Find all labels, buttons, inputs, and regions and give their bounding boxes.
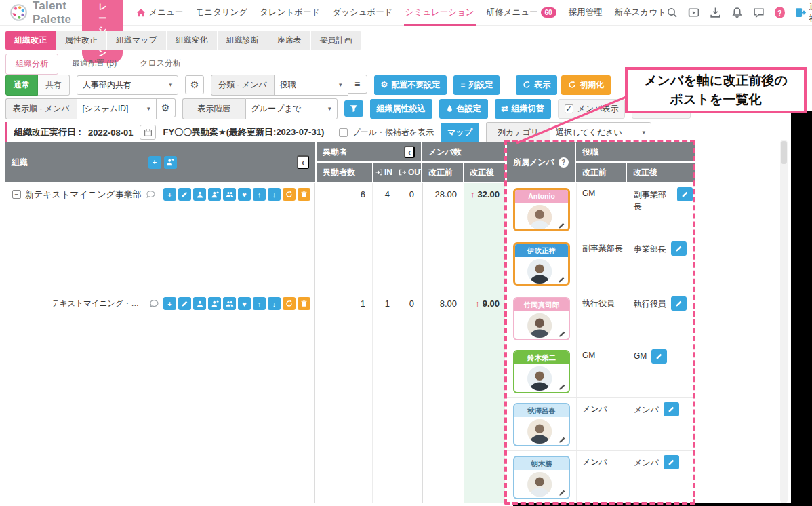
edit-pencil-icon[interactable] bbox=[558, 276, 565, 286]
add-button[interactable]: + bbox=[163, 297, 176, 310]
tab-optimal-placement[interactable]: 最適配置 (β) bbox=[62, 54, 126, 75]
display-button[interactable]: 表示 bbox=[516, 75, 557, 95]
mode-shared-button[interactable]: 共有 bbox=[38, 75, 70, 96]
tab-cross-analysis[interactable]: クロス分析 bbox=[130, 54, 190, 75]
column-settings-button[interactable]: ≡ 列設定 bbox=[453, 75, 500, 95]
member-button[interactable] bbox=[193, 188, 206, 201]
nav-item-scout[interactable]: 新卒スカウト bbox=[615, 7, 666, 18]
member-add-button[interactable] bbox=[208, 297, 221, 310]
calendar-icon[interactable] bbox=[140, 125, 156, 140]
map-button[interactable]: マップ bbox=[441, 123, 479, 142]
nav-item-recruiting[interactable]: 採用管理 bbox=[569, 7, 603, 18]
member-card[interactable]: 朝木勝 bbox=[513, 456, 570, 499]
edit-post-button[interactable] bbox=[651, 349, 667, 364]
collapse-org-column-button[interactable]: ‹ bbox=[297, 155, 309, 169]
edit-post-button[interactable] bbox=[671, 296, 687, 311]
org-attribute-filter-button[interactable]: 組織属性絞込 bbox=[370, 99, 432, 119]
tab-org-analysis[interactable]: 組織分析 bbox=[5, 54, 58, 75]
vertical-scrollbar[interactable] bbox=[780, 140, 788, 503]
help-circle-icon[interactable]: ? bbox=[559, 157, 569, 168]
member-photo bbox=[527, 259, 552, 284]
unassign-settings-button[interactable]: ⚙ 配置不要設定 bbox=[374, 75, 447, 95]
move-up-button[interactable]: ↑ bbox=[253, 188, 266, 201]
display-depth-select[interactable]: グループまで ▾ bbox=[245, 98, 338, 119]
member-card[interactable]: Antonio bbox=[513, 188, 570, 231]
org-switch-button[interactable]: ⇄ 組織切替 bbox=[495, 99, 551, 119]
color-settings-button[interactable]: 色設定 bbox=[439, 99, 488, 119]
add-member-to-org-button[interactable] bbox=[164, 156, 177, 169]
group-button[interactable] bbox=[223, 188, 236, 201]
edit-post-button[interactable] bbox=[664, 455, 679, 469]
edit-pencil-icon[interactable] bbox=[558, 222, 565, 231]
bell-icon[interactable] bbox=[731, 7, 743, 18]
sort-order-select[interactable]: [システムID] ▾ bbox=[77, 98, 157, 119]
member-display-checkbox[interactable]: ✓ メンバ表示 bbox=[558, 99, 626, 119]
group-button[interactable] bbox=[223, 297, 236, 310]
column-category-select[interactable]: 選択してください ▾ bbox=[550, 122, 651, 143]
member-button[interactable] bbox=[193, 297, 206, 310]
edit-post-button[interactable] bbox=[671, 241, 687, 256]
nav-item-talentboard[interactable]: タレントボード bbox=[260, 7, 320, 18]
download-icon[interactable] bbox=[710, 7, 721, 18]
add-button[interactable]: + bbox=[163, 188, 176, 201]
edit-post-button[interactable] bbox=[664, 402, 679, 416]
delete-button[interactable] bbox=[298, 297, 310, 310]
edit-pencil-icon[interactable] bbox=[559, 330, 566, 340]
member-add-button[interactable] bbox=[208, 188, 221, 201]
comment-icon[interactable] bbox=[146, 190, 156, 199]
reset-row-button[interactable] bbox=[283, 297, 296, 310]
member-card[interactable]: 秋澤呂春 bbox=[513, 403, 570, 446]
nav-item-monitoring[interactable]: モニタリング bbox=[195, 7, 247, 18]
filter-button[interactable] bbox=[344, 100, 363, 117]
sort-order-gear-button[interactable]: ⚙ bbox=[157, 98, 176, 117]
org-name[interactable]: 新テキストマイニング事業部 bbox=[25, 189, 142, 201]
chat-icon[interactable] bbox=[753, 7, 765, 18]
tab-org-change[interactable]: 組織変化 bbox=[167, 31, 218, 50]
favorite-button[interactable]: ♥ bbox=[238, 188, 251, 201]
category-list-button[interactable]: ≡ bbox=[348, 75, 367, 94]
share-scope-select[interactable]: 人事部内共有 ▾ bbox=[77, 75, 178, 95]
edit-pencil-icon[interactable] bbox=[559, 436, 566, 446]
help-icon[interactable]: ? bbox=[775, 7, 785, 18]
reset-button[interactable]: 初期化 bbox=[561, 75, 611, 95]
edit-pencil-icon[interactable] bbox=[559, 383, 566, 393]
nav-item-training[interactable]: 研修メニュー 60 bbox=[487, 7, 556, 18]
leave-work-control[interactable]: 退社 ▾ bbox=[795, 1, 812, 24]
edit-button[interactable] bbox=[178, 188, 191, 201]
tab-org-map[interactable]: 組織マップ bbox=[107, 31, 167, 50]
favorite-button[interactable]: ♥ bbox=[238, 297, 251, 310]
scrollbar-thumb[interactable] bbox=[781, 141, 787, 164]
nav-item-simulation[interactable]: シミュレーション bbox=[405, 7, 474, 18]
collapse-movers-button[interactable]: ‹ bbox=[404, 146, 415, 158]
brand-logo[interactable]: Talent Palette bbox=[9, 0, 71, 26]
org-name[interactable]: テキストマイニング・セールスコンサルティングG bbox=[52, 298, 145, 309]
member-card[interactable]: 鈴木栄二 bbox=[513, 350, 570, 393]
category-select[interactable]: 役職 ▾ bbox=[274, 75, 348, 96]
tab-attr-reform[interactable]: 属性改正 bbox=[56, 31, 107, 50]
member-card[interactable]: 伊吹正祥 bbox=[513, 242, 570, 286]
tab-workforce-plan[interactable]: 要員計画 bbox=[311, 31, 361, 50]
move-up-button[interactable]: ↑ bbox=[253, 297, 266, 310]
move-down-button[interactable]: ↓ bbox=[268, 297, 281, 310]
edit-post-button[interactable] bbox=[677, 187, 693, 201]
share-settings-gear-button[interactable]: ⚙ bbox=[185, 75, 204, 94]
edit-button[interactable] bbox=[178, 297, 191, 310]
edit-pencil-icon[interactable] bbox=[559, 489, 566, 499]
comment-icon[interactable] bbox=[149, 299, 159, 309]
nav-item-menu[interactable]: メニュー bbox=[136, 7, 183, 18]
search-icon[interactable] bbox=[666, 7, 678, 18]
move-down-button[interactable]: ↓ bbox=[268, 188, 281, 201]
mode-normal-button[interactable]: 通常 bbox=[5, 75, 38, 96]
pool-candidates-checkbox[interactable]: プール・候補者を表示 bbox=[339, 127, 434, 138]
tab-seating[interactable]: 座席表 bbox=[268, 31, 311, 50]
member-card[interactable]: 竹岡真司郎 bbox=[513, 297, 570, 340]
reset-row-button[interactable] bbox=[283, 188, 296, 201]
collapse-node-icon[interactable]: − bbox=[12, 190, 21, 199]
org-cell: − 新テキストマイニング事業部 + ♥ ↑ ↓ bbox=[5, 183, 315, 292]
tab-org-diagnosis[interactable]: 組織診断 bbox=[218, 31, 268, 50]
video-icon[interactable] bbox=[688, 7, 699, 18]
nav-item-dashboard[interactable]: ダッシュボード bbox=[332, 7, 392, 18]
delete-button[interactable] bbox=[298, 188, 310, 201]
add-org-button[interactable]: + bbox=[148, 156, 161, 169]
tab-org-reform[interactable]: 組織改正 bbox=[5, 31, 56, 50]
